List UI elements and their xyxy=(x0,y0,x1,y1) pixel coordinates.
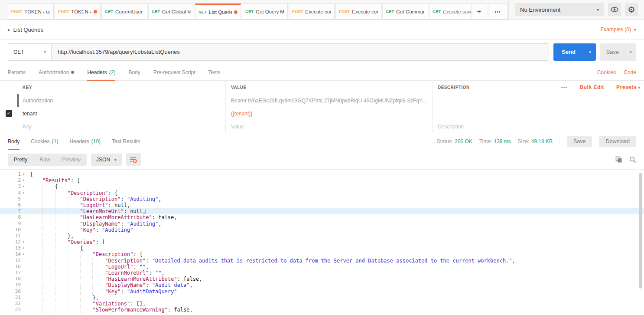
indent-guide xyxy=(55,307,68,313)
wrap-text-icon xyxy=(130,157,137,163)
token-k: "HasLearnMoreAttribute" xyxy=(80,214,152,220)
view-mode-raw[interactable]: Raw xyxy=(33,154,56,166)
code-text: "LearnMoreUrl": "", xyxy=(26,270,165,276)
indent-guide xyxy=(30,177,42,184)
cookies-link[interactable]: Cookies xyxy=(597,69,616,75)
request-tab[interactable]: GETCurrentUser xyxy=(101,3,147,20)
response-tab-test-results[interactable]: Test Results xyxy=(112,133,140,150)
tab-pre-request-script[interactable]: Pre-request Script xyxy=(153,64,195,80)
tab-headers[interactable]: Headers(2) xyxy=(87,64,115,80)
search-icon xyxy=(629,156,636,163)
indent-guide xyxy=(30,233,42,239)
indent-guide xyxy=(92,282,105,288)
indent-guide xyxy=(30,214,42,220)
fold-caret-icon[interactable]: ▾ xyxy=(21,184,26,190)
code-text: "LogoUrl": null, xyxy=(26,202,130,208)
tab-body[interactable]: Body xyxy=(128,64,140,80)
fold-caret-icon[interactable]: ▾ xyxy=(21,239,26,245)
request-tab[interactable]: POSTTOKEN - s xyxy=(55,3,101,20)
request-tab[interactable]: GETGet Global Var xyxy=(148,3,194,20)
save-response-button[interactable]: Save xyxy=(567,136,592,147)
more-options-icon[interactable]: ••• xyxy=(555,85,574,90)
header-value-cell[interactable]: Bearer tV6aEGc23fLqv9m23GQ7XPhbL27jMN0px… xyxy=(225,94,432,107)
fold-caret-icon[interactable]: ▾ xyxy=(21,171,26,177)
fold-caret-icon[interactable]: ▾ xyxy=(21,177,26,184)
settings-button[interactable]: ⚙ xyxy=(625,3,638,16)
new-value-input[interactable]: Value xyxy=(225,120,432,133)
token-p: , xyxy=(199,276,202,282)
new-tab-button[interactable]: + xyxy=(471,3,487,20)
response-tab-cookies[interactable]: Cookies(1) xyxy=(31,133,58,150)
view-mode-preview[interactable]: Preview xyxy=(56,154,87,166)
fold-caret-icon[interactable]: ▾ xyxy=(21,245,26,251)
request-tab[interactable]: POSTExecute com xyxy=(289,3,335,20)
download-response-button[interactable]: Download xyxy=(599,136,636,147)
request-tab[interactable]: GETGet Query Me xyxy=(242,3,288,20)
header-description-cell[interactable] xyxy=(432,107,555,120)
save-options-button[interactable]: ▾ xyxy=(625,43,636,61)
view-mode-pretty[interactable]: Pretty xyxy=(8,154,33,166)
fold-spacer xyxy=(21,233,26,239)
fold-caret-icon[interactable]: ▾ xyxy=(21,190,26,196)
method-badge: POST xyxy=(11,10,22,14)
code-link[interactable]: Code xyxy=(624,69,636,75)
header-actions: ••• Bulk Edit Presets ▾ xyxy=(555,81,644,94)
send-options-button[interactable]: ▾ xyxy=(584,43,596,61)
send-button[interactable]: Send xyxy=(553,43,584,61)
environment-selector[interactable]: No Environment ▾ xyxy=(515,3,604,16)
status-badge: Status: 200 OK xyxy=(437,138,472,144)
code-line: 12▾"Queries": [ xyxy=(0,239,644,245)
http-method-selector[interactable]: GET ▾ xyxy=(8,43,51,61)
indent-guide xyxy=(80,251,93,257)
url-input[interactable]: http://localhost:3579/api/query/LobstaLi… xyxy=(51,43,549,61)
bulk-edit-link[interactable]: Bulk Edit xyxy=(574,84,611,90)
fold-caret-icon[interactable]: ▾ xyxy=(21,251,26,257)
new-key-input[interactable]: Key xyxy=(17,120,225,133)
subtab-count: (2) xyxy=(109,69,116,75)
indent-guide xyxy=(55,282,68,288)
examples-dropdown[interactable]: Examples (0) ▾ xyxy=(600,26,636,33)
indent-guide xyxy=(30,276,42,282)
save-button[interactable]: Save xyxy=(600,43,625,61)
indent-guide xyxy=(42,251,55,257)
indent-guide xyxy=(68,282,80,288)
request-tab[interactable]: GETGet Commanc xyxy=(382,3,428,20)
token-p: : xyxy=(177,276,183,282)
code-line: 3▾{ xyxy=(0,184,644,190)
code-text: "Key": "Auditing" xyxy=(26,227,133,233)
response-body-viewer[interactable]: 1▾{2▾"Results": [3▾{4▾"Description": {5"… xyxy=(0,169,644,314)
tab-authorization[interactable]: Authorization xyxy=(39,64,74,80)
environment-quick-look-button[interactable] xyxy=(608,3,621,16)
header-key-cell[interactable]: Authorization xyxy=(17,94,225,107)
request-tab[interactable]: POSTTOKEN - user xyxy=(8,3,54,20)
copy-button[interactable] xyxy=(615,156,622,163)
request-tab[interactable]: GETList Querie xyxy=(195,3,241,20)
presets-dropdown[interactable]: Presets ▾ xyxy=(610,84,644,90)
wrap-text-button[interactable] xyxy=(126,153,141,166)
checkbox-checked-icon[interactable]: ✓ xyxy=(6,110,12,117)
header-value-cell[interactable]: {{tenant}} xyxy=(225,107,432,120)
format-selector[interactable]: JSON ▾ xyxy=(91,154,122,166)
tab-tests[interactable]: Tests xyxy=(208,64,220,80)
collapse-triangle-icon[interactable]: ▸ xyxy=(8,27,10,33)
response-tab-body[interactable]: Body xyxy=(8,133,20,150)
token-p: : xyxy=(120,221,127,227)
token-p: { xyxy=(80,245,83,251)
new-description-input[interactable]: Description xyxy=(432,120,555,133)
indent-guide xyxy=(30,258,42,264)
request-tab[interactable]: POSTExecute com xyxy=(335,3,381,20)
subtab-label: Pre-request Script xyxy=(153,69,195,75)
scrollbar-thumb[interactable] xyxy=(639,173,642,289)
line-number: 2 xyxy=(0,177,21,184)
tab-overflow-button[interactable]: ••• xyxy=(488,3,507,20)
token-p: : xyxy=(133,264,139,270)
request-name[interactable]: List Queries xyxy=(13,26,43,33)
tab-params[interactable]: Params xyxy=(8,64,26,80)
search-button[interactable] xyxy=(629,156,636,163)
header-key-cell[interactable]: tenant xyxy=(17,107,225,120)
request-tab[interactable]: GETExecute saved xyxy=(429,3,471,20)
header-description-cell[interactable] xyxy=(432,94,555,107)
tab-label: List Querie xyxy=(209,10,232,15)
response-tab-headers[interactable]: Headers(10) xyxy=(69,133,101,150)
indent-guide xyxy=(55,227,68,233)
